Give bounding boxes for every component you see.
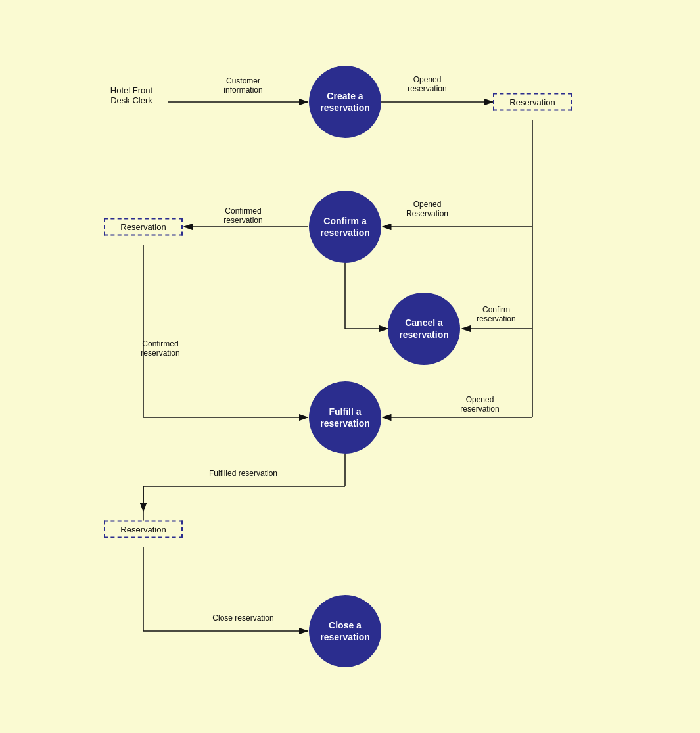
edge-close-res: Close reservation (210, 613, 276, 623)
close-node: Close a reservation (309, 595, 381, 667)
edge-customer-info: Customer information (210, 76, 276, 95)
fulfill-node: Fulfill a reservation (309, 381, 381, 454)
edge-confirm-res: Confirm reservation (463, 305, 529, 323)
cancel-node: Cancel a reservation (388, 293, 460, 365)
artifact-reservation-2: Reservation (104, 218, 183, 236)
edge-opened-res-1: Opened reservation (394, 75, 460, 93)
edge-fulfilled-res: Fulfilled reservation (207, 469, 279, 478)
edge-confirmed-res-2: Confirmed reservation (124, 339, 197, 358)
edge-opened-res-2: Opened Reservation (394, 200, 460, 218)
artifact-reservation-1: Reservation (493, 93, 572, 111)
create-node: Create a reservation (309, 66, 381, 138)
confirm-node: Confirm a reservation (309, 191, 381, 263)
diagram-container: Hotel Front Desk Clerk Create a reservat… (0, 0, 700, 733)
actor-label: Hotel Front Desk Clerk (102, 85, 161, 105)
svg-line-20 (184, 486, 225, 529)
artifact-reservation-3: Reservation (104, 521, 183, 538)
edge-confirmed-res-1: Confirmed reservation (207, 206, 279, 225)
edge-opened-res-3: Opened reservation (447, 395, 513, 414)
